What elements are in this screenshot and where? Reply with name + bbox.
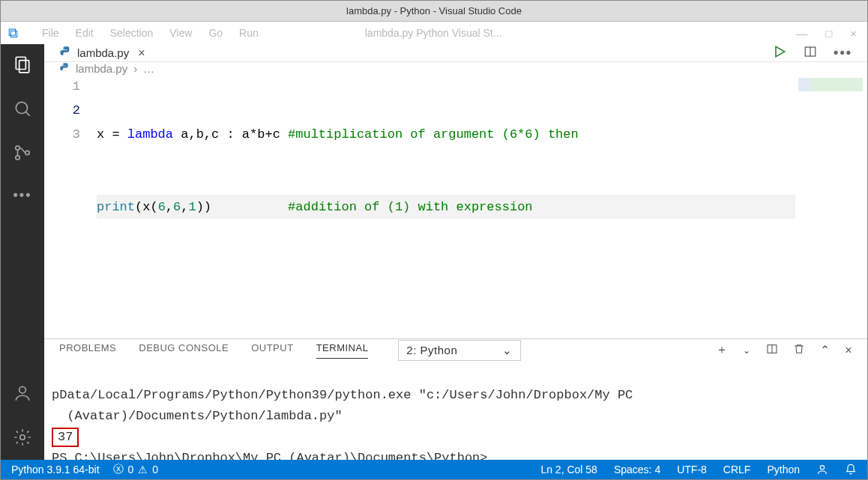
svg-point-8 [20,435,25,440]
line-gutter: 1 2 3 [44,75,97,338]
panel-tab-terminal[interactable]: TERMINAL [316,342,369,359]
tab-close-icon[interactable]: × [135,46,148,60]
explorer-icon[interactable] [13,55,32,76]
main-area: ••• lambda.py × [1,44,867,460]
svg-point-16 [820,466,824,470]
run-icon[interactable] [772,44,787,61]
new-terminal-icon[interactable]: ＋ [716,342,729,358]
menu-selection[interactable]: Selection [110,27,154,39]
source-control-icon[interactable] [13,143,32,165]
svg-point-6 [25,151,29,154]
code-editor[interactable]: 1 2 3 x = lambda a,b,c : a*b+c #multipli… [44,75,867,338]
status-problems[interactable]: ⓧ0 ⚠0 [113,463,159,476]
svg-point-13 [63,64,64,64]
terminal-selector[interactable]: 2: Python ⌄ [398,340,520,361]
minimap[interactable] [795,75,867,338]
status-spaces[interactable]: Spaces: 4 [614,464,660,476]
breadcrumb[interactable]: lambda.py › … [44,62,867,75]
split-terminal-icon[interactable] [766,343,778,358]
bottom-panel: PROBLEMS DEBUG CONSOLE OUTPUT TERMINAL 2… [44,338,867,480]
window-minimize-icon[interactable]: — [796,27,807,40]
svg-rect-1 [19,61,29,73]
svg-point-2 [16,102,27,113]
status-encoding[interactable]: UTF-8 [677,464,707,476]
svg-line-3 [25,112,29,115]
terminal-selector-label: 2: Python [406,344,457,356]
chevron-down-icon: ⌄ [502,344,513,357]
line-number: 3 [44,123,80,147]
panel-tab-debug[interactable]: DEBUG CONSOLE [139,342,229,358]
python-file-icon [59,62,70,75]
search-icon[interactable] [13,99,32,121]
terminal-line: (Avatar)/Documents/Python/lambda.py" [52,409,343,423]
panel-tab-bar: PROBLEMS DEBUG CONSOLE OUTPUT TERMINAL 2… [44,339,867,361]
editor-tab[interactable]: lambda.py × [50,44,157,61]
window-maximize-icon[interactable]: □ [825,27,832,40]
terminal-result: 37 [52,428,79,447]
settings-gear-icon[interactable] [13,428,32,449]
breadcrumb-file: lambda.py [76,62,127,75]
status-cursor[interactable]: Ln 2, Col 58 [540,464,597,476]
svg-point-7 [19,386,26,393]
menu-go[interactable]: Go [208,27,223,39]
breadcrumb-more: … [143,62,154,75]
window-title: lambda.py - Python - Visual Studio Code [346,5,522,16]
line-number: 2 [44,99,80,123]
close-panel-icon[interactable]: × [845,344,852,357]
menu-bar: ⧉ File Edit Selection View Go Run lambda… [1,22,867,44]
window-close-icon[interactable]: × [850,27,857,40]
python-file-icon [59,46,71,60]
editor-more-icon[interactable]: ••• [834,45,852,61]
more-icon[interactable]: ••• [13,187,32,203]
warning-icon: ⚠ [138,464,148,476]
feedback-icon[interactable] [816,464,828,476]
terminal-line: pData/Local/Programs/Python/Python39/pyt… [52,388,633,402]
editor-tab-bar: lambda.py × ••• [44,44,867,62]
maximize-panel-icon[interactable]: ⌃ [820,343,831,357]
trash-icon[interactable] [793,343,805,358]
menu-run[interactable]: Run [239,27,259,39]
panel-tab-output[interactable]: OUTPUT [251,342,293,358]
editor-group: lambda.py × ••• lambda.py › … [44,44,867,460]
split-editor-icon[interactable] [804,45,817,61]
svg-point-4 [16,146,19,150]
tab-filename: lambda.py [77,46,129,59]
status-eol[interactable]: CRLF [723,464,751,476]
panel-tab-problems[interactable]: PROBLEMS [59,342,116,358]
svg-marker-10 [776,46,785,56]
chevron-down-icon[interactable]: ⌄ [743,345,751,356]
breadcrumb-sep: › [133,62,137,75]
line-number: 1 [44,75,80,99]
menu-view[interactable]: View [169,27,192,39]
svg-rect-0 [16,57,25,69]
status-lang[interactable]: Python [767,464,800,476]
error-icon: ⓧ [113,463,124,476]
status-bar: Python 3.9.1 64-bit ⓧ0 ⚠0 Ln 2, Col 58 S… [1,460,867,479]
accounts-icon[interactable] [13,383,32,405]
menu-file[interactable]: File [42,27,59,39]
activity-bar: ••• [1,44,44,460]
code-content[interactable]: x = lambda a,b,c : a*b+c #multiplication… [97,75,795,338]
title-bar: lambda.py - Python - Visual Studio Code [1,1,867,22]
svg-point-5 [16,156,19,160]
notifications-icon[interactable] [845,464,857,476]
vscode-logo-icon: ⧉ [8,25,18,41]
menu-edit[interactable]: Edit [76,27,94,39]
svg-point-9 [63,48,64,49]
menu-truncated: lambda.py Python Visual St... [365,27,502,39]
status-python-version[interactable]: Python 3.9.1 64-bit [11,464,100,476]
